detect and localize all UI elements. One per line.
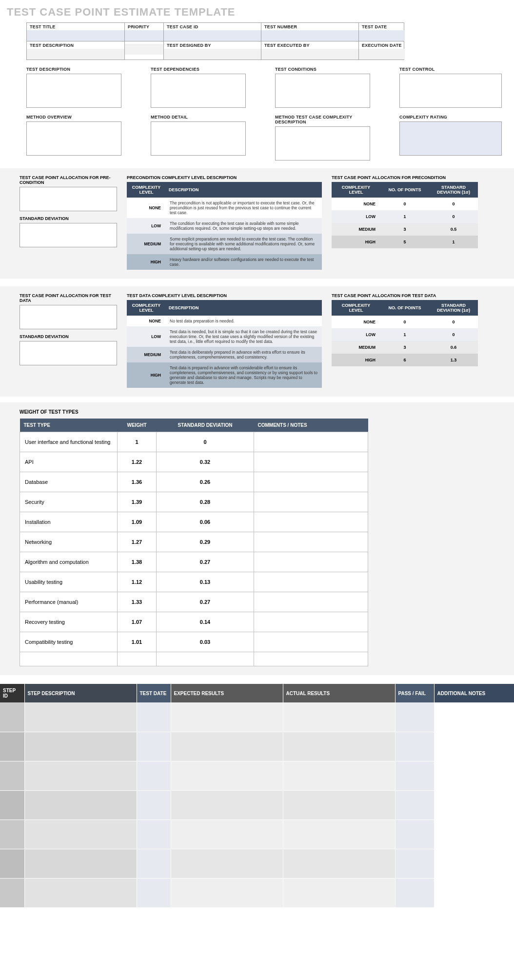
desc-cell: No test data preparation is needed. <box>166 316 322 326</box>
passfail-cell[interactable] <box>395 820 434 849</box>
field-execution-date[interactable] <box>359 49 405 60</box>
comments-cell[interactable] <box>254 452 368 472</box>
precond-alloc-input[interactable] <box>20 187 117 211</box>
step-id-cell[interactable] <box>0 878 24 907</box>
comments-cell[interactable] <box>254 512 368 532</box>
comments-cell[interactable] <box>254 592 368 612</box>
field-test-description[interactable] <box>27 49 124 60</box>
comments-cell[interactable] <box>254 432 368 452</box>
field-test-title[interactable] <box>27 30 124 41</box>
test-date-cell[interactable] <box>137 849 171 878</box>
ta-input[interactable] <box>399 121 502 156</box>
field-test-date[interactable] <box>359 30 405 41</box>
notes-cell[interactable] <box>434 702 514 732</box>
expected-cell[interactable] <box>171 878 283 907</box>
ta-input[interactable] <box>151 121 246 156</box>
field-executed-by[interactable] <box>261 49 358 60</box>
expected-cell[interactable] <box>171 790 283 820</box>
test-type-cell: Compatibility testing <box>20 632 118 652</box>
actual-cell[interactable] <box>283 878 395 907</box>
passfail-cell[interactable] <box>395 849 434 878</box>
notes-cell[interactable] <box>434 790 514 820</box>
notes-cell[interactable] <box>434 849 514 878</box>
step-desc-cell[interactable] <box>24 849 137 878</box>
step-desc-cell[interactable] <box>24 790 137 820</box>
testdata-sd-input[interactable] <box>20 341 117 365</box>
expected-cell[interactable] <box>171 732 283 761</box>
desc-cell: The precondition is not applicable or im… <box>166 198 322 218</box>
actual-cell[interactable] <box>283 820 395 849</box>
ta-input[interactable] <box>26 74 121 108</box>
actual-cell[interactable] <box>283 702 395 732</box>
page-title: TEST CASE POINT ESTIMATE TEMPLATE <box>0 0 514 22</box>
step-id-cell[interactable] <box>0 790 24 820</box>
step-desc-cell[interactable] <box>24 761 137 790</box>
step-desc-cell[interactable] <box>24 878 137 907</box>
actual-cell[interactable] <box>283 732 395 761</box>
ta-input[interactable] <box>399 74 502 108</box>
notes-cell[interactable] <box>434 820 514 849</box>
field-blank[interactable] <box>125 44 163 55</box>
ta-input[interactable] <box>151 74 246 108</box>
ta-label: METHOD DETAIL <box>151 115 246 120</box>
comments-cell[interactable] <box>254 572 368 592</box>
ta-input[interactable] <box>26 121 121 156</box>
sd-cell: 0.03 <box>157 632 254 652</box>
field-test-number[interactable] <box>261 30 358 41</box>
test-date-cell[interactable] <box>137 790 171 820</box>
test-date-cell[interactable] <box>137 702 171 732</box>
step-id-cell[interactable] <box>0 732 24 761</box>
ta-input[interactable] <box>275 74 370 108</box>
label-execution-date: EXECUTION DATE <box>359 41 405 49</box>
comments-cell[interactable] <box>254 632 368 652</box>
ta-input[interactable] <box>275 126 370 160</box>
testdata-alloc-input[interactable] <box>20 305 117 329</box>
field-designed-by[interactable] <box>164 49 261 60</box>
passfail-cell[interactable] <box>395 702 434 732</box>
passfail-cell[interactable] <box>395 732 434 761</box>
comments-cell[interactable] <box>254 492 368 512</box>
actual-cell[interactable] <box>283 790 395 820</box>
test-date-cell[interactable] <box>137 761 171 790</box>
passfail-cell[interactable] <box>395 790 434 820</box>
desc-cell: Test data is needed, but it is simple so… <box>166 326 322 347</box>
comments-cell[interactable] <box>254 552 368 572</box>
test-date-cell[interactable] <box>137 732 171 761</box>
precondition-section: TEST CASE POINT ALLOCATION FOR PRE-CONDI… <box>0 168 514 279</box>
weight-cell: 1.01 <box>118 632 157 652</box>
precond-sd-input[interactable] <box>20 223 117 247</box>
col-points: NO. OF POINTS <box>380 182 429 198</box>
comments-cell[interactable] <box>254 652 368 666</box>
weight-cell: 1.09 <box>118 512 157 532</box>
expected-cell[interactable] <box>171 849 283 878</box>
expected-cell[interactable] <box>171 820 283 849</box>
field-test-case-id[interactable] <box>164 30 261 41</box>
points-cell: 0 <box>380 198 429 210</box>
test-date-cell[interactable] <box>137 820 171 849</box>
notes-cell[interactable] <box>434 732 514 761</box>
notes-cell[interactable] <box>434 761 514 790</box>
test-type-cell: Usability testing <box>20 572 118 592</box>
step-id-cell[interactable] <box>0 820 24 849</box>
expected-cell[interactable] <box>171 761 283 790</box>
test-date-cell[interactable] <box>137 878 171 907</box>
comments-cell[interactable] <box>254 532 368 552</box>
step-id-cell[interactable] <box>0 761 24 790</box>
comments-cell[interactable] <box>254 472 368 492</box>
comments-cell[interactable] <box>254 612 368 632</box>
actual-cell[interactable] <box>283 849 395 878</box>
field-priority[interactable] <box>125 30 163 41</box>
step-id-cell[interactable] <box>0 849 24 878</box>
sd-cell: 1 <box>429 236 478 248</box>
step-desc-cell[interactable] <box>24 702 137 732</box>
actual-cell[interactable] <box>283 761 395 790</box>
passfail-cell[interactable] <box>395 878 434 907</box>
step-id-cell[interactable] <box>0 702 24 732</box>
passfail-cell[interactable] <box>395 761 434 790</box>
test-type-cell: API <box>20 452 118 472</box>
notes-cell[interactable] <box>434 878 514 907</box>
step-desc-cell[interactable] <box>24 732 137 761</box>
step-desc-cell[interactable] <box>24 820 137 849</box>
level-cell: HIGH <box>332 236 380 248</box>
expected-cell[interactable] <box>171 702 283 732</box>
